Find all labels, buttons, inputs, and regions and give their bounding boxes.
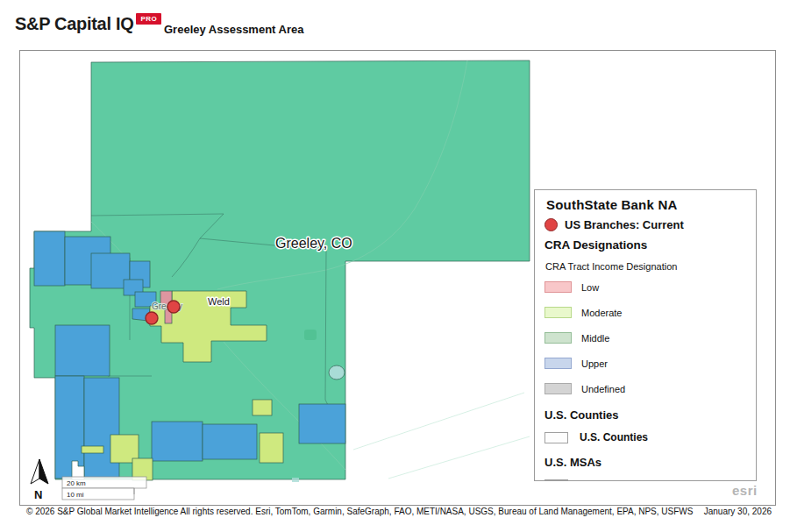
page-title: Greeley Assessment Area: [164, 23, 303, 36]
msas-swatch: [544, 479, 568, 482]
north-arrow: N: [31, 459, 48, 501]
branch-marker-icon: [544, 218, 558, 231]
park-patch: [304, 330, 317, 340]
middle-swatch: [544, 332, 572, 344]
attribution-footer: © 2026 S&P Global Market Intelligence Al…: [0, 506, 790, 520]
upper-swatch: [544, 358, 572, 369]
low-swatch: [544, 281, 572, 293]
lake: [329, 365, 345, 379]
undefined-swatch: [544, 383, 572, 394]
legend-counties-group-title: U.S. Counties: [544, 408, 756, 422]
scale-km-label: 20 km: [67, 479, 86, 487]
sp-capital-iq-logo: S&P Capital IQPRO: [15, 14, 161, 34]
legend-item-msas: U.S. MSAs: [544, 479, 756, 481]
report-date: January 30, 2026: [704, 507, 772, 516]
assessment-area-label: Greeley, CO: [275, 236, 352, 251]
legend-title: SouthState Bank NA: [546, 197, 756, 212]
copyright-text: © 2026 S&P Global Market Intelligence Al…: [26, 507, 693, 516]
legend-panel: SouthState Bank NA US Branches: Current …: [534, 189, 757, 481]
scale-bar: 20 km 10 mi: [62, 477, 146, 500]
app-header: S&P Capital IQPRO Greeley Assessment Are…: [0, 0, 790, 49]
legend-item-undefined: Undefined: [544, 383, 756, 394]
legend-branches-label: US Branches: Current: [565, 218, 684, 231]
county-label: Weld: [208, 296, 230, 307]
north-label: N: [34, 488, 42, 501]
branch-marker[interactable]: [146, 312, 158, 324]
legend-cra-subtitle: CRA Tract Income Designation: [545, 261, 756, 272]
legend-cra-group-title: CRA Designations: [544, 238, 756, 252]
moderate-swatch: [544, 307, 572, 318]
logo-text: S&P Capital IQ: [15, 14, 133, 33]
legend-item-low: Low: [544, 281, 756, 293]
legend-msas-group-title: U.S. MSAs: [544, 456, 756, 469]
legend-item-upper: Upper: [544, 358, 756, 369]
scale-mi-label: 10 mi: [67, 491, 84, 499]
legend-item-moderate: Moderate: [544, 307, 756, 318]
legend-item-counties: U.S. Counties: [544, 431, 756, 443]
counties-swatch: [544, 432, 568, 443]
map-canvas[interactable]: Greeley Weld Greeley, CO N 20 km 10 mi e…: [19, 50, 776, 506]
pond: [292, 478, 299, 482]
pro-badge: PRO: [136, 13, 161, 25]
road-line: [388, 436, 530, 479]
road-line: [353, 393, 524, 450]
esri-logo: esri: [732, 483, 758, 498]
legend-branches-row: US Branches: Current: [544, 218, 756, 231]
legend-item-middle: Middle: [544, 332, 756, 344]
branch-marker[interactable]: [167, 301, 180, 313]
